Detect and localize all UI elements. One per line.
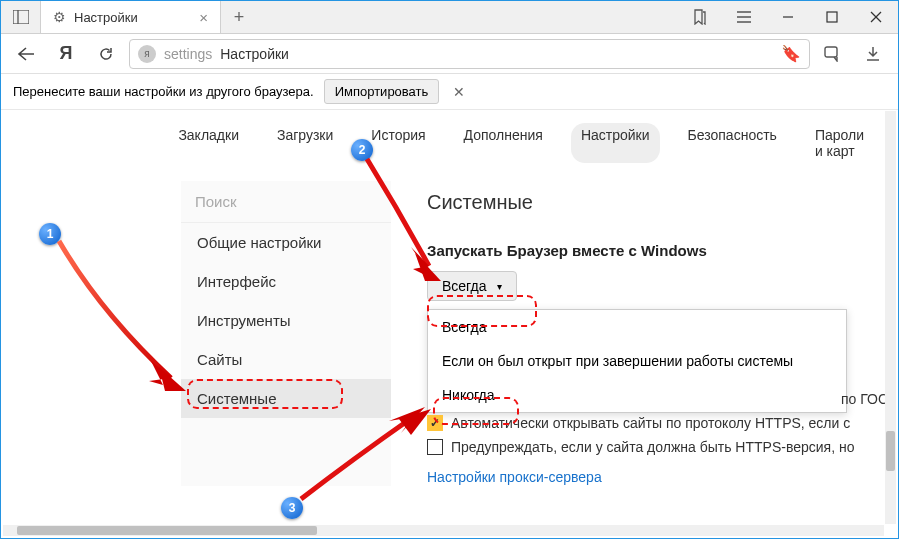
downloads-icon[interactable] <box>856 37 890 71</box>
checkbox-checked-icon[interactable] <box>427 415 443 431</box>
import-text: Перенесите ваши настройки из другого бра… <box>13 84 314 99</box>
checkbox-row-https-auto[interactable]: Автоматически открывать сайты по протоко… <box>427 415 898 431</box>
feedback-icon[interactable] <box>816 37 850 71</box>
bookmarks-icon[interactable] <box>678 1 722 33</box>
dropdown-item-1[interactable]: Если он был открыт при завершении работы… <box>428 344 846 378</box>
panel-title: Системные <box>427 191 898 214</box>
gear-icon: ⚙ <box>53 9 66 25</box>
nav-tab-6[interactable]: Пароли и карт <box>805 123 874 163</box>
svg-rect-9 <box>825 47 837 57</box>
address-keyword: settings <box>164 46 212 62</box>
content-area: ЗакладкиЗагрузкиИсторияДополненияНастрой… <box>1 111 898 526</box>
minimize-button[interactable] <box>766 1 810 33</box>
dropdown-item-0[interactable]: Всегда <box>428 310 846 344</box>
sidebar-item-3[interactable]: Сайты <box>181 340 391 379</box>
annotation-badge-1: 1 <box>39 223 61 245</box>
section-title: Запускать Браузер вместе с Windows <box>427 242 898 259</box>
nav-tab-2[interactable]: История <box>361 123 435 163</box>
svg-rect-6 <box>827 12 837 22</box>
horizontal-scrollbar[interactable] <box>3 525 884 536</box>
nav-tab-4[interactable]: Настройки <box>571 123 660 163</box>
import-banner: Перенесите ваши настройки из другого бра… <box>1 74 898 110</box>
sidebar-item-1[interactable]: Интерфейс <box>181 262 391 301</box>
close-icon[interactable]: × <box>199 9 208 26</box>
settings-sidebar: Поиск Общие настройкиИнтерфейсИнструмент… <box>181 181 391 486</box>
svg-rect-0 <box>13 10 29 24</box>
nav-tab-1[interactable]: Загрузки <box>267 123 343 163</box>
browser-tab[interactable]: ⚙ Настройки × <box>41 1 221 33</box>
gost-text: по ГОС <box>427 391 898 407</box>
chevron-down-icon: ▾ <box>497 281 502 292</box>
site-icon: я <box>138 45 156 63</box>
nav-tab-5[interactable]: Безопасность <box>678 123 787 163</box>
maximize-button[interactable] <box>810 1 854 33</box>
startup-dropdown[interactable]: Всегда ▾ <box>427 271 517 301</box>
checkbox-icon[interactable] <box>427 439 443 455</box>
import-button[interactable]: Импортировать <box>324 79 440 104</box>
banner-close-icon[interactable]: ✕ <box>453 84 465 100</box>
checkbox-label: Автоматически открывать сайты по протоко… <box>451 415 850 431</box>
annotation-badge-3: 3 <box>281 497 303 519</box>
settings-nav: ЗакладкиЗагрузкиИсторияДополненияНастрой… <box>201 111 898 181</box>
bookmark-icon[interactable]: 🔖 <box>781 44 801 63</box>
nav-tab-3[interactable]: Дополнения <box>454 123 553 163</box>
new-tab-button[interactable]: + <box>221 1 257 33</box>
annotation-badge-2: 2 <box>351 139 373 161</box>
menu-icon[interactable] <box>722 1 766 33</box>
tab-title: Настройки <box>74 10 191 25</box>
nav-tab-0[interactable]: Закладки <box>168 123 249 163</box>
address-text: Настройки <box>220 46 289 62</box>
sidebar-toggle-icon[interactable] <box>1 1 41 33</box>
close-button[interactable] <box>854 1 898 33</box>
sidebar-item-2[interactable]: Инструменты <box>181 301 391 340</box>
search-input[interactable]: Поиск <box>181 181 391 223</box>
sidebar-item-4[interactable]: Системные <box>181 379 391 418</box>
sidebar-item-0[interactable]: Общие настройки <box>181 223 391 262</box>
titlebar: ⚙ Настройки × + <box>1 1 898 34</box>
checkbox-label: Предупреждать, если у сайта должна быть … <box>451 439 854 455</box>
dropdown-value: Всегда <box>442 278 487 294</box>
address-bar[interactable]: я settings Настройки 🔖 <box>129 39 810 69</box>
reload-button[interactable] <box>89 37 123 71</box>
toolbar: Я я settings Настройки 🔖 <box>1 34 898 74</box>
vertical-scrollbar[interactable] <box>885 111 896 524</box>
back-button[interactable] <box>9 37 43 71</box>
checkbox-row-https-warn[interactable]: Предупреждать, если у сайта должна быть … <box>427 439 898 455</box>
proxy-settings-link[interactable]: Настройки прокси-сервера <box>427 469 602 485</box>
settings-panel: Системные Запускать Браузер вместе с Win… <box>391 181 898 486</box>
home-button[interactable]: Я <box>49 37 83 71</box>
